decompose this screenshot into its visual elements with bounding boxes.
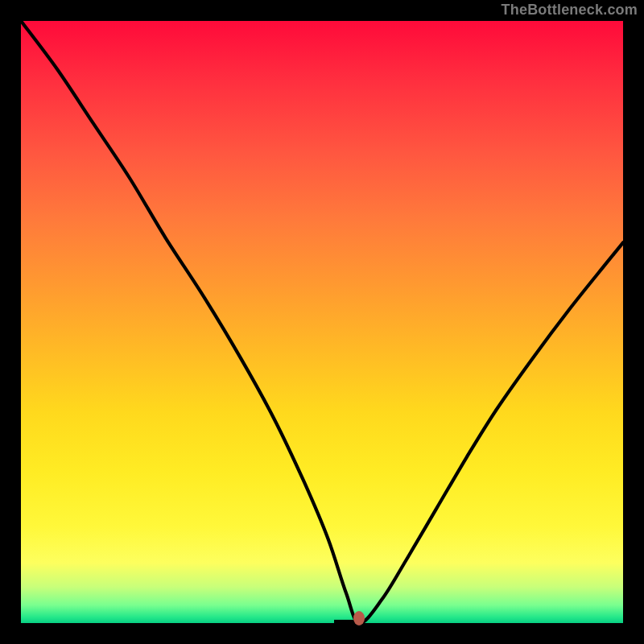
curve-path [21, 21, 623, 623]
series-curve [21, 21, 623, 623]
plot-area [21, 21, 623, 623]
minimum-marker [353, 611, 365, 625]
chart-frame: TheBottleneck.com [0, 0, 644, 644]
attribution-watermark: TheBottleneck.com [502, 2, 638, 19]
